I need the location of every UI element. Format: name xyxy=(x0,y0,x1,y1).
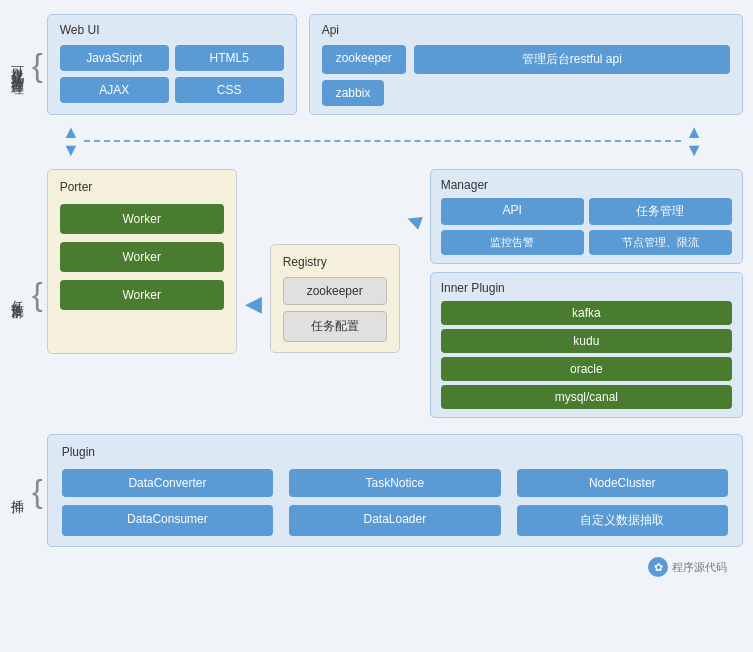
manager-task: 任务管理 xyxy=(589,198,732,225)
api-panel: Api zookeeper 管理后台restful api zabbix xyxy=(309,14,743,115)
node-cluster-chip: NodeCluster xyxy=(517,469,728,497)
registry-to-porter-arrow: ◀ xyxy=(245,291,262,317)
worker-2: Worker xyxy=(60,242,224,272)
custom-extract-chip: 自定义数据抽取 xyxy=(517,505,728,536)
middle-section-label: 任务集群 xyxy=(8,290,26,298)
dashed-line xyxy=(84,140,681,142)
plugin-panel: Plugin DataConverter TaskNotice NodeClus… xyxy=(47,434,743,547)
data-consumer-chip: DataConsumer xyxy=(62,505,273,536)
web-ui-panel: Web UI JavaScript HTML5 AJAX CSS xyxy=(47,14,297,115)
top-section-label: 可视化任务监控管理 xyxy=(8,56,26,74)
html5-chip: HTML5 xyxy=(175,45,284,71)
kafka-chip: kafka xyxy=(441,301,732,325)
js-chip: JavaScript xyxy=(60,45,169,71)
manager-node: 节点管理、限流 xyxy=(589,230,732,255)
manager-panel: Manager API 任务管理 监控告警 节点管理、限流 xyxy=(430,169,743,264)
registry-panel: Registry zookeeper 任务配置 xyxy=(270,244,400,353)
porter-title: Porter xyxy=(60,180,224,194)
inner-plugin-title: Inner Plugin xyxy=(441,281,732,295)
manager-api: API xyxy=(441,198,584,225)
data-converter-chip: DataConverter xyxy=(62,469,273,497)
porter-panel: Porter Worker Worker Worker xyxy=(47,169,237,354)
inner-plugin-panel: Inner Plugin kafka kudu oracle mysql/can… xyxy=(430,272,743,418)
top-right-arrow-up: ▲ xyxy=(685,123,703,141)
manager-monitor: 监控告警 xyxy=(441,230,584,255)
registry-zookeeper: zookeeper xyxy=(283,277,387,305)
guanli-chip: 管理后台restful api xyxy=(414,45,730,74)
manager-title: Manager xyxy=(441,178,732,192)
top-brace: { xyxy=(32,49,43,81)
zookeeper-chip-top: zookeeper xyxy=(322,45,406,74)
zabbix-chip: zabbix xyxy=(322,80,385,106)
oracle-chip: oracle xyxy=(441,357,732,381)
bottom-brace: { xyxy=(32,475,43,507)
registry-title: Registry xyxy=(283,255,387,269)
mysql-canal-chip: mysql/canal xyxy=(441,385,732,409)
watermark-icon: ✿ xyxy=(648,557,668,577)
middle-brace: { xyxy=(32,278,43,310)
kudu-chip: kudu xyxy=(441,329,732,353)
worker-3: Worker xyxy=(60,280,224,310)
api-title: Api xyxy=(322,23,730,37)
registry-task-config: 任务配置 xyxy=(283,311,387,342)
ajax-chip: AJAX xyxy=(60,77,169,103)
data-loader-chip: DataLoader xyxy=(289,505,500,536)
top-left-arrow-down: ▼ xyxy=(62,141,80,159)
watermark-text: 程序源代码 xyxy=(672,560,727,575)
plugin-title: Plugin xyxy=(62,445,728,459)
worker-1: Worker xyxy=(60,204,224,234)
manager-to-registry-arrow: ◀ xyxy=(404,207,425,232)
css-chip: CSS xyxy=(175,77,284,103)
task-notice-chip: TaskNotice xyxy=(289,469,500,497)
web-ui-title: Web UI xyxy=(60,23,284,37)
top-right-arrow-down: ▼ xyxy=(685,141,703,159)
bottom-section-label: 插件 xyxy=(8,489,26,493)
top-left-arrow-up: ▲ xyxy=(62,123,80,141)
